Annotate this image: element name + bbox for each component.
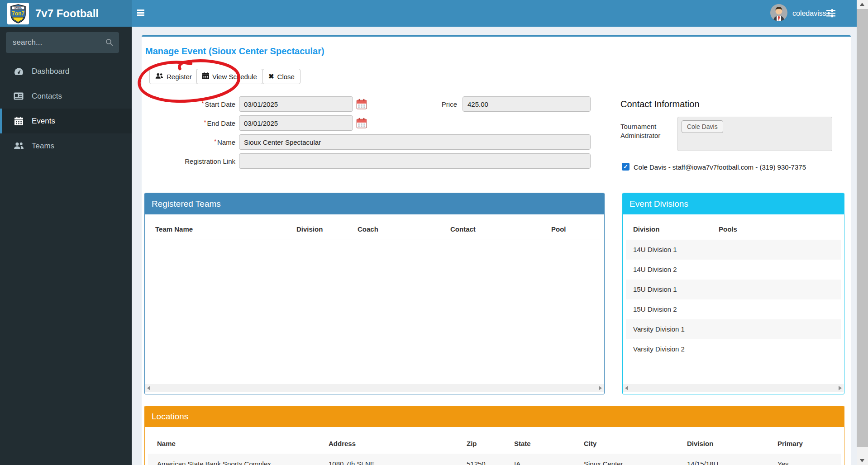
sidebar-item-teams[interactable]: Teams (0, 133, 132, 158)
registration-link-label: Registration Link (145, 157, 235, 165)
location-zip-cell: 51250 (467, 460, 486, 465)
scroll-down-icon[interactable] (860, 459, 864, 462)
user-menu[interactable]: coledaviss (770, 0, 826, 27)
scrollbar-thumb[interactable] (857, 9, 868, 447)
page-vertical-scrollbar[interactable] (857, 0, 868, 465)
close-button-label: Close (277, 73, 295, 81)
app-logo-icon: IOWA 7on7 (7, 3, 29, 24)
sidebar-item-label: Contacts (32, 92, 62, 101)
event-name-input[interactable] (239, 134, 591, 150)
events-calendar-icon (13, 117, 24, 125)
sidebar-item-events[interactable]: Events (0, 109, 132, 133)
administrator-chip[interactable]: Cole Davis (682, 120, 723, 133)
division-row[interactable]: 14U Division 1 (626, 240, 841, 260)
contact-information-heading: Contact Information (620, 99, 700, 109)
scroll-right-icon[interactable] (599, 386, 602, 390)
col-division: Division (633, 225, 659, 233)
top-navbar: IOWA 7on7 7v7 Football (0, 0, 857, 27)
col-zip: Zip (467, 440, 477, 447)
col-pool: Pool (551, 225, 566, 233)
scroll-up-icon[interactable] (860, 3, 864, 6)
register-users-icon (155, 73, 163, 81)
col-address: Address (329, 440, 356, 447)
locations-header: Locations (145, 406, 844, 427)
division-cell: Varsity Division 2 (626, 345, 685, 353)
location-row[interactable]: American State Bank Sports Complex 1080 … (148, 454, 841, 465)
contact-checkbox[interactable] (622, 163, 630, 171)
sidebar-search (6, 32, 119, 53)
location-state-cell: IA (514, 460, 520, 465)
location-city-cell: Sioux Center (584, 460, 623, 465)
settings-sliders-icon[interactable] (825, 8, 836, 19)
start-date-picker-icon[interactable] (356, 98, 367, 110)
division-row[interactable]: 15U Division 1 (626, 280, 841, 299)
event-divisions-header: Event Divisions (623, 193, 844, 214)
dashboard-icon (13, 67, 24, 76)
table-header-divider (626, 239, 841, 239)
svg-text:IOWA: IOWA (14, 7, 22, 9)
end-date-picker-icon[interactable] (356, 117, 367, 129)
division-cell: 14U Division 1 (626, 246, 677, 253)
close-x-icon: ✖ (268, 72, 274, 81)
division-cell: Varsity Division 1 (626, 325, 685, 333)
col-pools: Pools (719, 225, 737, 233)
teams-users-icon (13, 142, 24, 150)
scroll-left-icon[interactable] (625, 386, 628, 390)
table-header-divider (149, 239, 600, 239)
start-date-label: Start Date (145, 100, 235, 108)
close-button[interactable]: ✖ Close (262, 69, 300, 84)
col-name: Name (157, 440, 176, 447)
search-icon[interactable] (105, 38, 113, 48)
sidebar-item-label: Teams (32, 142, 54, 151)
end-date-label: End Date (145, 119, 235, 127)
division-row[interactable]: 15U Division 2 (626, 299, 841, 319)
scroll-right-icon[interactable] (839, 386, 842, 390)
start-date-input[interactable] (239, 96, 353, 112)
contacts-icon (13, 92, 24, 100)
sidebar-item-contacts[interactable]: Contacts (0, 84, 132, 109)
name-label: Name (145, 138, 235, 146)
sidebar-item-dashboard[interactable]: Dashboard (0, 59, 132, 84)
col-division: Division (296, 225, 323, 233)
username-label: coledaviss (792, 9, 826, 18)
sidebar-item-label: Events (32, 117, 55, 126)
registration-link-input[interactable] (239, 153, 591, 169)
sidebar-toggle-icon[interactable] (137, 9, 145, 17)
search-input[interactable] (6, 32, 108, 53)
app-window: IOWA 7on7 7v7 Football (0, 0, 868, 465)
col-contact: Contact (450, 225, 476, 233)
registered-teams-panel: Registered Teams (144, 193, 605, 394)
view-schedule-button[interactable]: View Schedule (196, 69, 263, 84)
view-schedule-button-label: View Schedule (212, 73, 257, 81)
division-row[interactable]: Varsity Division 1 (626, 319, 841, 339)
svg-text:7on7: 7on7 (12, 10, 24, 17)
registered-teams-header: Registered Teams (145, 193, 604, 214)
sidebar-item-label: Dashboard (32, 67, 69, 76)
col-coach: Coach (358, 225, 378, 233)
division-row[interactable]: 14U Division 2 (626, 260, 841, 280)
brand-logo-area[interactable]: IOWA 7on7 7v7 Football (0, 0, 132, 27)
page-title: Manage Event (Sioux Center Spectacular) (145, 46, 324, 57)
scroll-left-icon[interactable] (147, 386, 150, 390)
price-input[interactable] (463, 96, 591, 112)
division-row[interactable]: Varsity Division 2 (626, 339, 841, 359)
division-cell: 15U Division 1 (626, 285, 677, 293)
location-address-cell: 1080 7th St NE (329, 460, 375, 465)
registered-teams-hscrollbar[interactable] (145, 384, 604, 392)
user-avatar (770, 4, 787, 23)
schedule-calendar-icon (202, 72, 209, 81)
register-button[interactable]: Register (149, 69, 198, 84)
register-button-label: Register (167, 73, 192, 81)
contact-checkbox-label: Cole Davis - staff@iowa7v7football.com -… (634, 163, 806, 171)
division-cell: 15U Division 2 (626, 305, 677, 313)
end-date-input[interactable] (239, 115, 353, 131)
location-name-cell: American State Bank Sports Complex (157, 460, 271, 465)
location-primary-cell: Yes (777, 460, 788, 465)
col-division: Division (687, 440, 713, 447)
col-team-name: Team Name (155, 225, 193, 233)
tournament-administrator-label: Tournament Administrator (620, 122, 675, 140)
price-label: Price (367, 100, 457, 108)
event-divisions-hscrollbar[interactable] (623, 384, 844, 392)
table-header-divider (149, 453, 840, 453)
tournament-administrator-field[interactable]: Cole Davis (677, 117, 832, 151)
